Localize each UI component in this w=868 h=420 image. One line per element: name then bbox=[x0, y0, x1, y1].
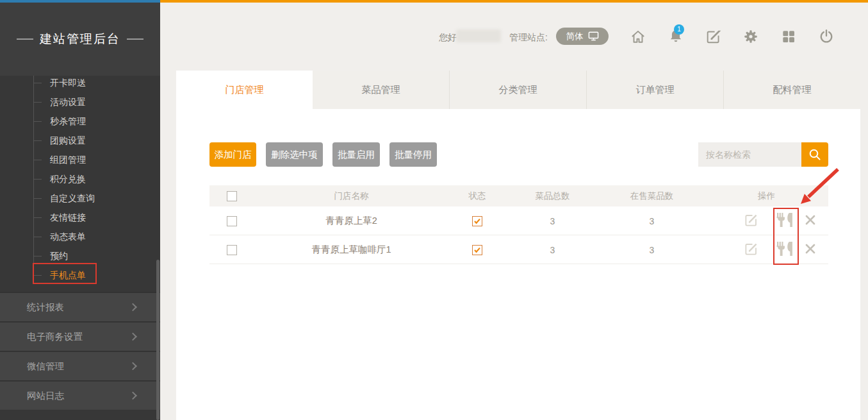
sidebar-item-friend-links[interactable]: 友情链接 bbox=[0, 208, 160, 227]
group-label: 网站日志 bbox=[27, 390, 64, 402]
compose-icon[interactable] bbox=[705, 28, 722, 45]
status-checkbox-checked[interactable] bbox=[472, 245, 482, 255]
chevron-right-icon bbox=[129, 303, 137, 312]
delete-store-icon[interactable] bbox=[804, 214, 817, 229]
select-all-cell bbox=[209, 190, 254, 201]
tab-ingredient-management[interactable]: 配料管理 bbox=[723, 71, 860, 109]
apps-icon[interactable] bbox=[780, 28, 797, 45]
search-input[interactable] bbox=[698, 142, 801, 167]
sidebar-item-dynamic-forms[interactable]: 动态表单 bbox=[0, 227, 160, 246]
sidebar-submenu: 开卡即送 活动设置 秒杀管理 团购设置 组团管理 积分兑换 自定义查询 友情链接… bbox=[0, 73, 160, 285]
store-name: 青青原上草咖啡厅1 bbox=[254, 244, 448, 256]
sidebar-item-custom-query[interactable]: 自定义查询 bbox=[0, 189, 160, 208]
tab-store-management[interactable]: 门店管理 bbox=[176, 71, 313, 109]
sidebar-group-site-logs[interactable]: 网站日志 bbox=[0, 380, 160, 410]
sidebar-item-activity-settings[interactable]: 活动设置 bbox=[0, 92, 160, 112]
tab-order-management[interactable]: 订单管理 bbox=[586, 71, 723, 109]
batch-enable-button[interactable]: 批量启用 bbox=[332, 142, 380, 167]
annotation-highlight-box bbox=[773, 208, 799, 265]
table-row: 青青原上草咖啡厅1 3 3 bbox=[209, 235, 828, 264]
tab-dish-management[interactable]: 菜品管理 bbox=[313, 71, 449, 109]
status-checkbox-checked[interactable] bbox=[472, 216, 482, 226]
sidebar-item-flash-sale[interactable]: 秒杀管理 bbox=[0, 112, 160, 131]
notification-badge: 1 bbox=[674, 24, 684, 35]
power-icon[interactable] bbox=[818, 28, 835, 45]
sidebar-item-points-exchange[interactable]: 积分兑换 bbox=[0, 169, 160, 189]
col-dish-total: 菜品总数 bbox=[506, 190, 599, 202]
chevron-right-icon bbox=[129, 333, 137, 341]
dish-total-value: 3 bbox=[506, 245, 599, 255]
delete-store-icon[interactable] bbox=[804, 242, 817, 258]
sidebar-highlight-box bbox=[33, 263, 97, 284]
group-label: 电子商务设置 bbox=[27, 331, 83, 343]
group-label: 统计报表 bbox=[27, 301, 64, 314]
sidebar-group-statistics[interactable]: 统计报表 bbox=[0, 292, 160, 321]
language-label: 简体 bbox=[566, 31, 584, 42]
logo-dash-right bbox=[127, 38, 143, 40]
col-store-name: 门店名称 bbox=[254, 190, 448, 202]
search-button[interactable] bbox=[801, 142, 828, 167]
chevron-right-icon bbox=[129, 392, 137, 400]
edit-store-icon[interactable] bbox=[744, 241, 759, 259]
search-icon bbox=[808, 147, 822, 162]
content-accent-bar bbox=[160, 0, 868, 3]
col-status: 状态 bbox=[448, 190, 506, 202]
sidebar-group-ecommerce[interactable]: 电子商务设置 bbox=[0, 321, 160, 351]
select-all-checkbox[interactable] bbox=[227, 191, 237, 201]
row-checkbox[interactable] bbox=[227, 245, 237, 255]
username-redacted bbox=[456, 29, 501, 42]
sidebar-scrollbar[interactable] bbox=[156, 260, 160, 420]
dish-on-sale-value: 3 bbox=[599, 216, 705, 226]
app-title: 建站管理后台 bbox=[40, 31, 120, 47]
sidebar-item-group-buy[interactable]: 团购设置 bbox=[0, 131, 160, 150]
add-store-button[interactable]: 添加门店 bbox=[209, 142, 256, 167]
app-logo: 建站管理后台 bbox=[0, 3, 160, 76]
batch-disable-button[interactable]: 批量停用 bbox=[389, 142, 437, 167]
gear-icon[interactable] bbox=[742, 28, 759, 45]
language-switch-pill[interactable]: 简体 bbox=[556, 28, 609, 45]
table-header: 门店名称 状态 菜品总数 在售菜品数 操作 bbox=[209, 185, 828, 206]
home-icon[interactable] bbox=[630, 28, 646, 45]
sidebar: 建站管理后台 开卡即送 活动设置 秒杀管理 团购设置 组团管理 积分兑换 自定义… bbox=[0, 3, 160, 420]
dish-on-sale-value: 3 bbox=[599, 245, 705, 255]
sidebar-groups: 统计报表 电子商务设置 微信管理 网站日志 bbox=[0, 292, 160, 410]
chevron-right-icon bbox=[129, 362, 137, 371]
sidebar-item-open-card-gift[interactable]: 开卡即送 bbox=[0, 73, 160, 92]
store-name: 青青原上草2 bbox=[254, 215, 448, 227]
edit-store-icon[interactable] bbox=[744, 212, 759, 230]
tab-bar: 门店管理 菜品管理 分类管理 订单管理 配料管理 bbox=[176, 71, 860, 109]
col-dish-on-sale: 在售菜品数 bbox=[599, 190, 705, 202]
delete-selected-button[interactable]: 删除选中项 bbox=[266, 142, 323, 167]
group-label: 微信管理 bbox=[27, 360, 64, 373]
manage-site-label: 管理站点: bbox=[509, 31, 548, 43]
table-row: 青青原上草2 3 3 bbox=[209, 206, 828, 235]
dish-total-value: 3 bbox=[506, 216, 599, 226]
greeting-text: 您好 bbox=[439, 31, 457, 43]
row-checkbox[interactable] bbox=[227, 216, 237, 226]
monitor-icon bbox=[588, 31, 599, 41]
col-action: 操作 bbox=[705, 190, 828, 202]
sidebar-item-group-mgmt[interactable]: 组团管理 bbox=[0, 150, 160, 169]
sidebar-group-wechat[interactable]: 微信管理 bbox=[0, 351, 160, 380]
tab-category-management[interactable]: 分类管理 bbox=[449, 71, 586, 109]
logo-dash-left bbox=[17, 38, 33, 40]
page: 建站管理后台 开卡即送 活动设置 秒杀管理 团购设置 组团管理 积分兑换 自定义… bbox=[0, 0, 868, 420]
